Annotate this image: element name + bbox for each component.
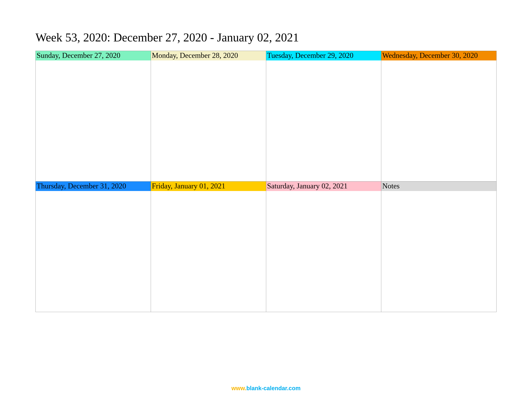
day-body-wednesday — [381, 60, 496, 181]
footer-www: www. — [231, 385, 247, 392]
footer-domain: blank-calendar.com — [246, 385, 301, 392]
day-header-wednesday: Wednesday, December 30, 2020 — [381, 51, 496, 60]
day-header-thursday: Thursday, December 31, 2020 — [36, 181, 151, 191]
day-header-saturday: Saturday, January 02, 2021 — [266, 181, 381, 191]
day-header-tuesday: Tuesday, December 29, 2020 — [266, 51, 381, 60]
day-header-sunday: Sunday, December 27, 2020 — [36, 51, 151, 60]
day-body-thursday — [36, 191, 151, 312]
day-body-notes — [381, 191, 496, 312]
weekly-calendar: Sunday, December 27, 2020 Monday, Decemb… — [36, 51, 496, 312]
day-body-tuesday — [266, 60, 381, 181]
day-body-saturday — [266, 191, 381, 312]
day-body-monday — [151, 60, 266, 181]
page-title: Week 53, 2020: December 27, 2020 - Janua… — [36, 31, 496, 44]
day-header-notes: Notes — [381, 181, 496, 191]
day-header-friday: Friday, January 01, 2021 — [151, 181, 266, 191]
day-body-sunday — [36, 60, 151, 181]
day-body-friday — [151, 191, 266, 312]
day-header-monday: Monday, December 28, 2020 — [151, 51, 266, 60]
footer-link[interactable]: www.blank-calendar.com — [0, 385, 532, 392]
